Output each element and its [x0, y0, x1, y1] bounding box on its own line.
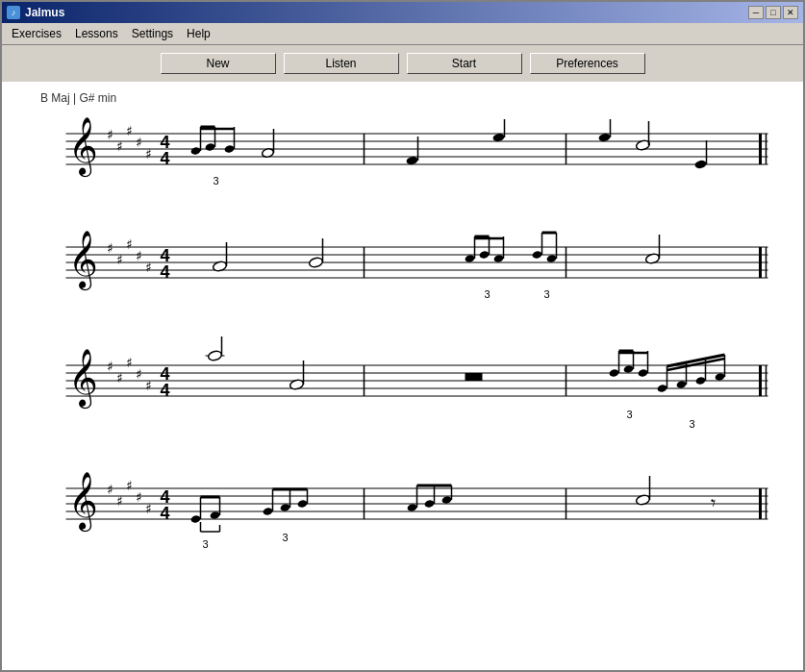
svg-text:♯: ♯: [136, 366, 142, 382]
content-area[interactable]: B Maj | G# min 𝄞 ♯ ♯ ♯ ♯ ♯ 4 4: [2, 82, 803, 670]
window-title: Jalmus: [25, 6, 64, 19]
svg-text:♯: ♯: [136, 248, 142, 263]
svg-text:3: 3: [690, 418, 695, 430]
preferences-button[interactable]: Preferences: [530, 53, 645, 74]
new-button[interactable]: New: [161, 53, 276, 74]
svg-text:𝄞: 𝄞: [68, 117, 98, 178]
svg-text:♯: ♯: [126, 355, 133, 370]
svg-text:𝄞: 𝄞: [68, 231, 98, 291]
svg-text:♯: ♯: [145, 378, 152, 393]
svg-point-61: [479, 250, 490, 259]
svg-text:3: 3: [283, 532, 289, 543]
svg-text:♯: ♯: [107, 240, 113, 256]
toolbar: New Listen Start Preferences: [2, 45, 803, 82]
app-icon: ♪: [7, 6, 20, 19]
svg-text:𝄞: 𝄞: [68, 349, 98, 410]
svg-point-68: [532, 250, 542, 259]
staff-svg-3: 𝄞 ♯ ♯ ♯ ♯ ♯ 4 4: [21, 336, 784, 433]
svg-text:♯: ♯: [107, 359, 113, 374]
close-button[interactable]: ✕: [783, 6, 798, 19]
svg-text:♯: ♯: [116, 252, 123, 267]
svg-point-104: [638, 368, 648, 377]
svg-point-36: [694, 160, 708, 170]
maximize-button[interactable]: □: [766, 6, 781, 19]
svg-text:♯: ♯: [116, 493, 123, 509]
svg-point-17: [190, 146, 201, 155]
svg-text:♯: ♯: [126, 123, 133, 138]
svg-point-112: [695, 376, 706, 385]
svg-text:♯: ♯: [116, 370, 123, 386]
svg-point-59: [465, 254, 475, 262]
svg-text:3: 3: [203, 538, 209, 550]
svg-text:♯: ♯: [126, 236, 133, 252]
title-bar: ♪ Jalmus ─ □ ✕: [2, 2, 803, 23]
svg-point-22: [224, 144, 235, 153]
svg-point-157: [441, 495, 452, 504]
svg-point-147: [280, 503, 290, 511]
menu-exercises[interactable]: Exercises: [6, 25, 67, 42]
svg-text:3: 3: [544, 288, 550, 300]
svg-text:𝄾: 𝄾: [711, 499, 716, 507]
main-window: ♪ Jalmus ─ □ ✕ Exercises Lessons Setting…: [0, 0, 805, 672]
svg-point-19: [205, 142, 215, 151]
svg-text:♯: ♯: [145, 501, 152, 516]
svg-text:3: 3: [214, 175, 219, 187]
svg-text:♯: ♯: [107, 127, 113, 142]
svg-point-70: [546, 254, 557, 262]
svg-text:♯: ♯: [136, 489, 142, 505]
svg-text:4: 4: [161, 149, 170, 168]
menu-help[interactable]: Help: [181, 25, 216, 42]
svg-text:4: 4: [161, 381, 170, 400]
svg-text:4: 4: [161, 504, 170, 523]
svg-point-99: [609, 368, 619, 377]
menu-lessons[interactable]: Lessons: [69, 25, 124, 42]
menu-settings[interactable]: Settings: [126, 25, 179, 42]
key-signature-label: B Maj | G# min: [40, 91, 784, 105]
svg-point-155: [424, 499, 435, 508]
svg-text:♯: ♯: [145, 146, 152, 162]
svg-text:♯: ♯: [145, 260, 152, 275]
svg-text:♯: ♯: [107, 482, 113, 497]
svg-point-94: [208, 350, 223, 361]
svg-text:♯: ♯: [126, 478, 133, 493]
staff-svg-1: 𝄞 ♯ ♯ ♯ ♯ ♯ 4 4: [21, 110, 784, 196]
title-buttons: ─ □ ✕: [748, 6, 798, 19]
svg-text:4: 4: [161, 262, 170, 282]
listen-button[interactable]: Listen: [284, 53, 399, 74]
svg-text:3: 3: [627, 409, 633, 420]
svg-point-57: [309, 257, 324, 268]
staff-svg-4: 𝄞 ♯ ♯ ♯ ♯ ♯ 4 4: [21, 460, 784, 556]
staff-system-3: 𝄞 ♯ ♯ ♯ ♯ ♯ 4 4: [21, 336, 784, 436]
svg-text:3: 3: [485, 288, 491, 300]
minimize-button[interactable]: ─: [748, 6, 764, 19]
staff-system-4: 𝄞 ♯ ♯ ♯ ♯ ♯ 4 4: [21, 460, 784, 559]
menu-bar: Exercises Lessons Settings Help: [2, 23, 803, 45]
svg-text:♯: ♯: [136, 135, 142, 150]
svg-point-108: [657, 384, 667, 392]
svg-point-153: [407, 503, 417, 511]
svg-point-136: [190, 514, 201, 523]
svg-point-138: [210, 510, 220, 519]
svg-point-145: [263, 507, 273, 515]
staff-svg-2: 𝄞 ♯ ♯ ♯ ♯ ♯ 4 4: [21, 223, 784, 310]
svg-rect-98: [465, 373, 483, 381]
staff-system-1: 𝄞 ♯ ♯ ♯ ♯ ♯ 4 4: [21, 110, 784, 199]
staff-system-2: 𝄞 ♯ ♯ ♯ ♯ ♯ 4 4: [21, 223, 784, 312]
start-button[interactable]: Start: [407, 53, 522, 74]
svg-point-114: [715, 372, 725, 381]
svg-point-110: [676, 380, 687, 388]
svg-point-149: [297, 499, 308, 508]
title-bar-left: ♪ Jalmus: [7, 6, 64, 19]
svg-text:♯: ♯: [116, 138, 123, 154]
svg-point-101: [623, 364, 634, 373]
svg-point-64: [493, 254, 504, 262]
svg-text:𝄞: 𝄞: [68, 472, 98, 533]
